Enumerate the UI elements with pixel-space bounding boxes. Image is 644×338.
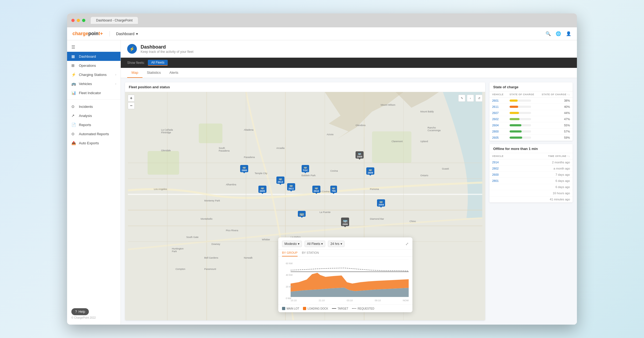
soc-bar-cell xyxy=(507,110,538,116)
legend-target: TARGET xyxy=(332,307,348,310)
auto-exports-icon: 📤 xyxy=(71,141,76,145)
globe-icon[interactable]: 🌐 xyxy=(555,31,561,37)
search-icon[interactable]: 🔍 xyxy=(545,31,551,37)
sidebar-item-incidents[interactable]: ⊙ Incidents xyxy=(67,102,120,111)
expand-dot[interactable] xyxy=(82,19,85,22)
fleet-toolbar: Show fleets: All Fleets xyxy=(121,58,577,68)
main-content: Fleet position and status xyxy=(121,78,577,325)
soc-table-row[interactable]: 2611 40% xyxy=(489,104,573,110)
time-dropdown[interactable]: 24 hrs ▾ xyxy=(328,241,344,247)
offline-vehicle-id: 2802 xyxy=(489,166,521,172)
sidebar-vehicles-label: Vehicles xyxy=(79,82,92,86)
legend-main-lot: MAIN LOT xyxy=(282,307,299,310)
vehicle-marker-2609[interactable]: 🚌 2609 xyxy=(366,167,374,175)
soc-col-bar: STATE OF CHARGE xyxy=(507,91,538,98)
soc-bar-fill xyxy=(510,124,521,126)
offline-table-row: 41 minutes ago xyxy=(489,196,573,203)
sidebar-toggle[interactable]: ☰ xyxy=(67,42,120,52)
sidebar-item-charging-stations[interactable]: ⚡ Charging Stations › xyxy=(67,70,120,79)
offline-table-row: 2802 a month ago xyxy=(489,166,573,172)
soc-bar-wrap xyxy=(510,137,531,139)
browser-tab[interactable]: Dashboard - ChargePoint xyxy=(91,17,138,24)
zoom-in-button[interactable]: + xyxy=(128,95,135,102)
sidebar-reports-label: Reports xyxy=(79,123,91,127)
next-map-button[interactable]: ↺ xyxy=(475,95,482,102)
sidebar-item-reports[interactable]: 📄 Reports xyxy=(67,120,120,129)
soc-pct-value: 59% xyxy=(538,135,573,141)
soc-pct-value: 55% xyxy=(538,122,573,128)
soc-table-row[interactable]: 2607 44% xyxy=(489,110,573,116)
offline-time-value: 6 days ago xyxy=(521,178,573,184)
sidebar-item-vehicles[interactable]: 🚌 Vehicles › xyxy=(67,79,120,88)
sidebar-item-analysis[interactable]: ↗ Analysis xyxy=(67,111,120,120)
minimize-dot[interactable] xyxy=(77,19,80,22)
vehicle-marker-2004[interactable]: 🚌 2004 xyxy=(377,199,385,207)
svg-rect-14 xyxy=(148,151,179,175)
vehicle-marker-2613[interactable]: 🚌 2613 xyxy=(276,177,284,184)
app-container: chargepoint+ Dashboard ▾ 🔍 🌐 👤 ☰ ▦ Da xyxy=(67,27,577,325)
browser-chrome: Dashboard - ChargePoint xyxy=(67,13,577,27)
chart-expand-button[interactable]: ⤢ xyxy=(405,242,409,246)
sidebar-item-auto-exports[interactable]: 📤 Auto Exports xyxy=(67,138,120,148)
help-icon: ? xyxy=(75,310,77,314)
nav-separator xyxy=(109,31,110,36)
offline-vehicle-id xyxy=(489,196,521,203)
all-fleets-badge[interactable]: All Fleets xyxy=(148,60,167,66)
edit-map-button[interactable]: ✎ xyxy=(458,95,465,102)
analysis-icon: ↗ xyxy=(71,113,76,118)
vehicle-marker-bus1[interactable]: 🚌 xyxy=(298,211,306,217)
vehicle-marker-2605[interactable]: 🚌 2605 xyxy=(258,186,266,193)
fleet-dropdown[interactable]: All Fleets ▾ xyxy=(305,241,325,247)
sidebar-item-dashboard[interactable]: ▦ Dashboard xyxy=(67,52,120,61)
vehicles-arrow-icon: › xyxy=(115,82,116,85)
soc-table-row[interactable]: 2602 47% xyxy=(489,116,573,122)
tab-alerts[interactable]: Alerts xyxy=(165,68,182,78)
sidebar-item-operations[interactable]: ⊞ Operations xyxy=(67,61,120,70)
nav-dashboard-label: Dashboard xyxy=(116,32,135,36)
vehicle-marker-2900[interactable]: 🚌 2900 xyxy=(240,165,248,172)
soc-bar-wrap xyxy=(510,112,531,114)
chart-tab-by-station[interactable]: BY STATION xyxy=(302,249,319,256)
fleet-indicator-icon: 📊 xyxy=(71,91,76,95)
vehicle-marker-2610[interactable]: 🚌 2610 xyxy=(312,186,320,193)
dashboard-icon: ▦ xyxy=(71,54,76,58)
help-button[interactable]: ? Help xyxy=(71,308,89,315)
sidebar-operations-label: Operations xyxy=(79,64,96,68)
soc-bar-cell xyxy=(507,116,538,122)
prev-map-button[interactable]: ‹ xyxy=(467,95,474,102)
soc-vehicle-id: 2602 xyxy=(489,116,507,122)
vehicle-marker-toc[interactable]: 🚌 TOC xyxy=(302,165,309,172)
vehicle-marker-2995[interactable]: 🚌 2995 xyxy=(341,218,349,226)
user-icon[interactable]: 👤 xyxy=(566,31,572,37)
close-dot[interactable] xyxy=(71,19,75,22)
soc-col-vehicle: VEHICLE xyxy=(489,91,507,98)
soc-vehicle-id: 2601 xyxy=(489,98,507,104)
location-dropdown[interactable]: Modesto ▾ xyxy=(282,241,302,247)
soc-bar-fill xyxy=(510,130,522,133)
soc-table-row[interactable]: 2800 57% xyxy=(489,128,573,135)
location-label: Modesto xyxy=(284,242,297,246)
soc-table-row[interactable]: 2601 38% xyxy=(489,98,573,104)
sidebar-fleet-label: Fleet Indicator xyxy=(79,91,101,95)
soc-table-row[interactable]: 2604 55% xyxy=(489,122,573,128)
tab-statistics[interactable]: Statistics xyxy=(142,68,165,78)
operations-icon: ⊞ xyxy=(71,63,76,68)
soc-table-row[interactable]: 2605 59% xyxy=(489,135,573,141)
map-area[interactable]: Mount Wilson Mount Baldy La CañadaFlintr… xyxy=(125,92,485,320)
sidebar-auto-exports-label: Auto Exports xyxy=(79,141,99,145)
sidebar-item-automated-reports[interactable]: ⊙ Automated Reports xyxy=(67,129,120,138)
tab-map[interactable]: Map xyxy=(127,68,142,78)
vehicle-marker-795[interactable]: 🚌 795 xyxy=(330,186,337,193)
offline-time-value: 2 months ago xyxy=(521,159,573,166)
target-line-icon xyxy=(332,308,336,309)
offline-panel-title: Offline for more than 1 min xyxy=(489,144,573,153)
main-layout: ☰ ▦ Dashboard ⊞ Operations ⚡ Charging St… xyxy=(67,40,577,325)
page-header-text: Dashboard Keep track of the activity of … xyxy=(141,44,193,54)
sidebar-item-fleet-indicator[interactable]: 📊 Fleet Indicator xyxy=(67,88,120,97)
svg-rect-15 xyxy=(199,123,222,143)
chart-tab-by-group[interactable]: BY GROUP xyxy=(282,249,298,256)
vehicle-marker-2009[interactable]: 🚌 2009 xyxy=(356,151,364,159)
dashboard-nav[interactable]: Dashboard ▾ xyxy=(116,32,138,36)
vehicle-marker-2611[interactable]: 🚌 2611 xyxy=(287,183,295,190)
zoom-out-button[interactable]: − xyxy=(128,102,135,109)
